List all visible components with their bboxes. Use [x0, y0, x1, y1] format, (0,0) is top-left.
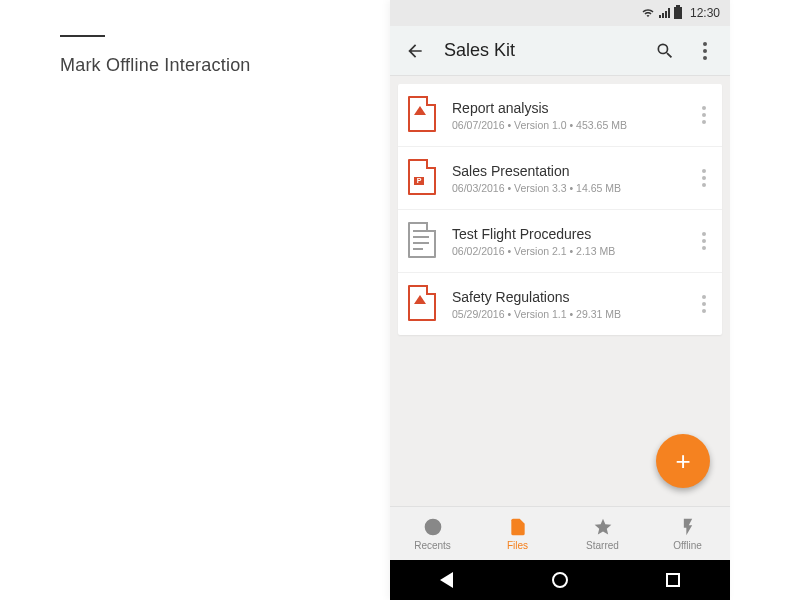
pdf-icon — [408, 96, 438, 134]
nav-files[interactable]: Files — [475, 507, 560, 560]
search-button[interactable] — [654, 40, 676, 62]
row-overflow-button[interactable] — [696, 169, 712, 187]
phone-frame: 12:30 Sales Kit Report analysis 06/07/20… — [390, 0, 730, 600]
row-overflow-button[interactable] — [696, 106, 712, 124]
row-overflow-button[interactable] — [696, 232, 712, 250]
file-row[interactable]: Report analysis 06/07/2016 • Version 1.0… — [398, 84, 722, 147]
file-name: Test Flight Procedures — [452, 226, 696, 242]
appbar-title: Sales Kit — [444, 40, 515, 61]
file-row[interactable]: Safety Regulations 05/29/2016 • Version … — [398, 273, 722, 335]
back-button[interactable] — [404, 40, 426, 62]
overflow-menu-button[interactable] — [694, 40, 716, 62]
file-name: Report analysis — [452, 100, 696, 116]
nav-offline[interactable]: Offline — [645, 507, 730, 560]
bottom-nav: Recents Files Starred Offline — [390, 506, 730, 560]
app-bar: Sales Kit — [390, 26, 730, 76]
fab-add-button[interactable]: + — [656, 434, 710, 488]
pdf-icon — [408, 285, 438, 323]
row-overflow-button[interactable] — [696, 295, 712, 313]
bolt-icon — [678, 517, 698, 537]
plus-icon: + — [675, 446, 690, 477]
caption-rule — [60, 35, 105, 37]
android-nav-bar — [390, 560, 730, 600]
file-name: Sales Presentation — [452, 163, 696, 179]
doc-icon — [408, 222, 438, 260]
file-meta: 06/02/2016 • Version 2.1 • 2.13 MB — [452, 245, 696, 257]
android-home-button[interactable] — [551, 571, 569, 589]
signal-icon — [659, 8, 670, 18]
nav-starred[interactable]: Starred — [560, 507, 645, 560]
file-name: Safety Regulations — [452, 289, 696, 305]
nav-recents[interactable]: Recents — [390, 507, 475, 560]
nav-label: Starred — [586, 540, 619, 551]
android-back-button[interactable] — [438, 571, 456, 589]
status-time: 12:30 — [690, 6, 720, 20]
content-area: Report analysis 06/07/2016 • Version 1.0… — [390, 76, 730, 506]
file-meta: 05/29/2016 • Version 1.1 • 29.31 MB — [452, 308, 696, 320]
file-meta: 06/03/2016 • Version 3.3 • 14.65 MB — [452, 182, 696, 194]
wifi-icon — [641, 7, 655, 19]
caption-text: Mark Offline Interaction — [60, 55, 251, 76]
file-row[interactable]: P Sales Presentation 06/03/2016 • Versio… — [398, 147, 722, 210]
nav-label: Recents — [414, 540, 451, 551]
clock-icon — [423, 517, 443, 537]
nav-label: Offline — [673, 540, 702, 551]
star-icon — [593, 517, 613, 537]
file-row[interactable]: Test Flight Procedures 06/02/2016 • Vers… — [398, 210, 722, 273]
battery-icon — [674, 7, 682, 19]
status-bar: 12:30 — [390, 0, 730, 26]
file-list: Report analysis 06/07/2016 • Version 1.0… — [398, 84, 722, 335]
nav-label: Files — [507, 540, 528, 551]
ppt-icon: P — [408, 159, 438, 197]
file-meta: 06/07/2016 • Version 1.0 • 453.65 MB — [452, 119, 696, 131]
file-icon — [508, 517, 528, 537]
android-overview-button[interactable] — [664, 571, 682, 589]
